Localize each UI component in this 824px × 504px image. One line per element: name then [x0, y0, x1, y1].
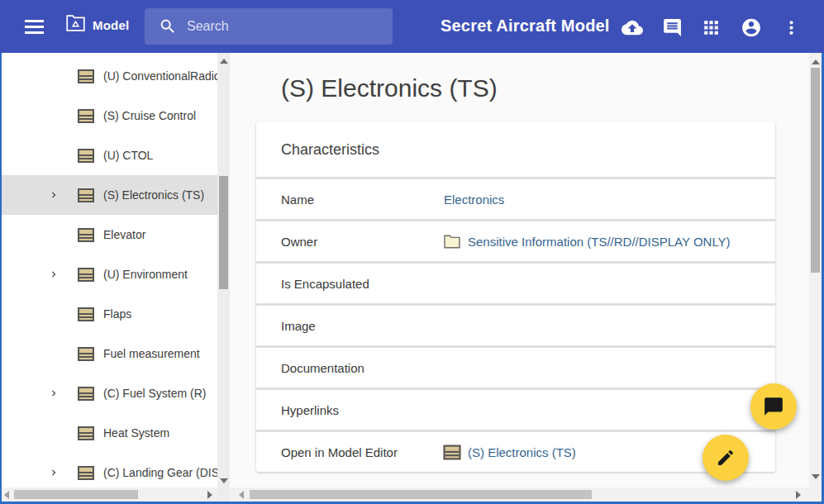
tree-item-flaps[interactable]: Flaps	[2, 294, 217, 334]
tree-item-electronics[interactable]: (S) Electronics (TS)	[2, 175, 217, 215]
block-icon	[78, 69, 94, 83]
scroll-left-icon[interactable]	[239, 491, 244, 499]
model-tree: (U) ConventionalRadio (S) Cruise Control…	[2, 56, 217, 487]
tree-item-cruise-control[interactable]: (S) Cruise Control	[2, 96, 217, 136]
model-button[interactable]: Model	[66, 15, 129, 35]
edit-fab[interactable]	[703, 435, 749, 481]
row-open-in-model-editor: Open in Model Editor (S) Electronics (TS…	[256, 432, 775, 472]
block-icon	[78, 307, 94, 321]
search-box[interactable]	[145, 8, 393, 45]
block-icon	[444, 445, 461, 459]
content-horizontal-scrollbar-thumb[interactable]	[250, 490, 592, 499]
chevron-right-icon[interactable]	[48, 189, 78, 201]
scroll-down-icon[interactable]	[812, 474, 820, 479]
content-vertical-scrollbar-thumb[interactable]	[811, 68, 820, 273]
app-window: Model Secret Aircraft Model (U) Convent	[0, 0, 824, 504]
scroll-up-icon[interactable]	[220, 59, 228, 64]
tree-item-fuel-measurement[interactable]: Fuel measurement	[2, 334, 217, 373]
scroll-right-icon[interactable]	[207, 491, 212, 499]
folder-icon	[444, 235, 460, 249]
scroll-down-icon[interactable]	[220, 478, 228, 483]
tree-item-conventionalradio[interactable]: (U) ConventionalRadio	[2, 56, 217, 96]
chevron-right-icon[interactable]	[48, 467, 78, 478]
scroll-right-icon[interactable]	[796, 491, 801, 499]
block-icon	[78, 466, 94, 480]
block-icon	[78, 188, 94, 202]
model-tree-panel: (U) ConventionalRadio (S) Cruise Control…	[2, 53, 230, 487]
tree-horizontal-scrollbar-thumb[interactable]	[14, 490, 138, 499]
tree-item-landing-gear[interactable]: (C) Landing Gear (DISPL	[2, 453, 217, 487]
pencil-icon	[716, 448, 736, 468]
scroll-up-icon[interactable]	[812, 59, 820, 64]
row-is-encapsulated: Is Encapsulated	[256, 264, 775, 303]
apps-grid-icon[interactable]	[700, 17, 722, 38]
scroll-left-icon[interactable]	[4, 491, 9, 499]
block-icon	[78, 228, 94, 242]
content-vertical-scrollbar[interactable]	[809, 53, 822, 487]
characteristics-card: Characteristics Name Electronics Owner S…	[256, 122, 775, 472]
name-value-link[interactable]: Electronics	[444, 193, 504, 207]
block-icon	[78, 149, 94, 163]
search-icon	[159, 17, 177, 36]
row-hyperlinks: Hyperlinks	[256, 390, 775, 430]
owner-value-link[interactable]: Sensitive Information (TS//RD//DISPLAY O…	[468, 235, 731, 249]
tree-vertical-scrollbar[interactable]	[217, 53, 230, 502]
tree-vertical-scrollbar-thumb[interactable]	[219, 176, 228, 289]
comment-fab[interactable]	[750, 383, 797, 430]
open-in-model-editor-link[interactable]: (S) Electronics (TS)	[468, 445, 576, 459]
row-owner: Owner Sensitive Information (TS//RD//DIS…	[256, 221, 775, 261]
tree-item-heat-system[interactable]: Heat System	[2, 413, 217, 453]
comment-icon[interactable]	[661, 17, 683, 38]
tree-item-elevator[interactable]: Elevator	[2, 215, 217, 254]
block-icon	[78, 109, 94, 123]
horizontal-scrollbar-strip	[0, 487, 822, 502]
row-name: Name Electronics	[256, 179, 775, 219]
card-title: Characteristics	[256, 122, 775, 177]
chevron-right-icon[interactable]	[48, 388, 78, 399]
chevron-right-icon[interactable]	[48, 269, 78, 280]
app-title: Secret Aircraft Model	[441, 17, 610, 36]
tree-item-ctol[interactable]: (U) CTOL	[2, 136, 217, 175]
tree-item-fuel-system[interactable]: (C) Fuel System (R)	[2, 373, 217, 413]
page-title: (S) Electronics (TS)	[281, 74, 498, 102]
block-icon	[78, 387, 94, 401]
window-border	[0, 53, 2, 504]
block-icon	[78, 426, 94, 440]
more-vertical-icon[interactable]	[780, 17, 802, 38]
content-panel: (S) Electronics (TS) Characteristics Nam…	[230, 53, 809, 487]
tree-item-environment[interactable]: (U) Environment	[2, 254, 217, 294]
block-icon	[78, 268, 94, 282]
row-image: Image	[256, 306, 775, 345]
app-header: Model Secret Aircraft Model	[0, 0, 824, 53]
row-documentation: Documentation	[256, 348, 775, 388]
model-button-label: Model	[93, 18, 129, 32]
cloud-upload-icon[interactable]	[622, 17, 643, 38]
menu-icon[interactable]	[25, 20, 44, 34]
account-icon[interactable]	[741, 17, 762, 38]
block-icon	[78, 347, 94, 361]
model-folder-icon	[66, 15, 85, 35]
search-input[interactable]	[177, 19, 393, 34]
chat-bubble-icon	[763, 396, 784, 417]
